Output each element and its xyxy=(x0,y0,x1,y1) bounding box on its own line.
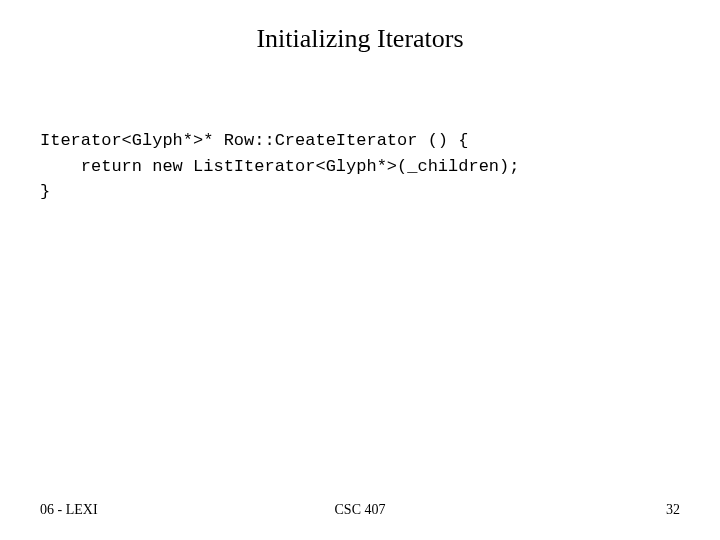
code-line-3: } xyxy=(40,182,50,201)
code-line-2: return new ListIterator<Glyph*>(_childre… xyxy=(40,157,519,176)
footer-right: 32 xyxy=(666,502,680,518)
slide: Initializing Iterators Iterator<Glyph*>*… xyxy=(0,0,720,540)
footer-center: CSC 407 xyxy=(0,502,720,518)
slide-title: Initializing Iterators xyxy=(0,24,720,54)
code-line-1: Iterator<Glyph*>* Row::CreateIterator ()… xyxy=(40,131,468,150)
code-block: Iterator<Glyph*>* Row::CreateIterator ()… xyxy=(40,128,680,205)
